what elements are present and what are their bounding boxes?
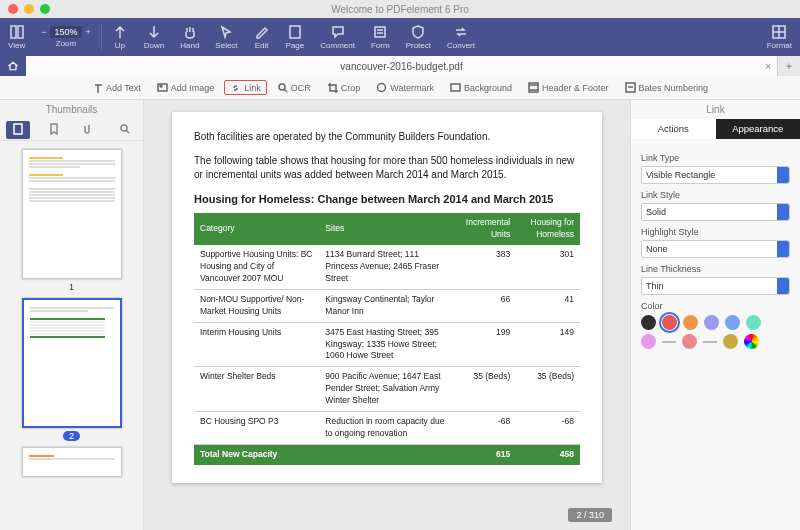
- thumbnail-page-1[interactable]: 1: [22, 149, 122, 292]
- add-text-button[interactable]: Add Text: [86, 80, 147, 95]
- hand-icon: [182, 24, 198, 40]
- svg-point-6: [160, 85, 162, 87]
- watermark-button[interactable]: Watermark: [370, 80, 440, 95]
- app-title: Welcome to PDFelement 6 Pro: [331, 4, 469, 15]
- maximize-window-button[interactable]: [40, 4, 50, 14]
- tab-appearance[interactable]: Appearance: [716, 119, 801, 139]
- minimize-window-button[interactable]: [24, 4, 34, 14]
- view-button[interactable]: View: [0, 18, 33, 56]
- table-row: Supportive Housing Units: BC Housing and…: [194, 245, 580, 289]
- format-button[interactable]: Format: [759, 18, 800, 56]
- ocr-icon: [277, 82, 288, 93]
- arrow-up-icon: [112, 24, 128, 40]
- svg-point-8: [378, 84, 386, 92]
- header-footer-button[interactable]: Header & Footer: [522, 80, 615, 95]
- thumbnail-page-2[interactable]: 2: [22, 298, 122, 441]
- color-swatch[interactable]: [725, 315, 740, 330]
- form-button[interactable]: Form: [363, 18, 398, 56]
- thumbnails-panel: Thumbnails 1: [0, 100, 144, 530]
- line-thickness-select[interactable]: Thin: [641, 277, 790, 295]
- edit-button[interactable]: Edit: [246, 18, 278, 56]
- edit-icon: [254, 24, 270, 40]
- color-swatch[interactable]: [641, 334, 656, 349]
- convert-icon: [453, 24, 469, 40]
- main-toolbar: View −150%+ Zoom Up Down Hand Select Edi…: [0, 18, 800, 56]
- attachment-icon: [83, 123, 95, 135]
- color-swatches-2: [641, 334, 790, 349]
- link-type-select[interactable]: Visible Rectangle: [641, 166, 790, 184]
- color-swatch[interactable]: [662, 315, 677, 330]
- thumbnail-page-3[interactable]: [22, 447, 122, 477]
- link-icon: [230, 82, 241, 93]
- watermark-icon: [376, 82, 387, 93]
- svg-rect-3: [375, 27, 385, 37]
- line-thickness-label: Line Thickness: [641, 264, 790, 274]
- tab-bar: vancouver-2016-budget.pdf × ＋: [0, 56, 800, 76]
- bates-icon: [625, 82, 636, 93]
- highlight-style-label: Highlight Style: [641, 227, 790, 237]
- highlight-style-select[interactable]: None: [641, 240, 790, 258]
- link-type-label: Link Type: [641, 153, 790, 163]
- color-swatch[interactable]: [723, 334, 738, 349]
- color-swatch[interactable]: [704, 315, 719, 330]
- thumbnail-tabs: [0, 119, 143, 141]
- down-button[interactable]: Down: [136, 18, 172, 56]
- thumbs-search-tab[interactable]: [113, 121, 137, 139]
- home-tab[interactable]: [0, 56, 26, 76]
- color-swatch[interactable]: [683, 315, 698, 330]
- svg-rect-5: [158, 84, 167, 91]
- up-button[interactable]: Up: [104, 18, 136, 56]
- ocr-button[interactable]: OCR: [271, 80, 317, 95]
- bates-numbering-button[interactable]: Bates Numbering: [619, 80, 715, 95]
- hand-button[interactable]: Hand: [172, 18, 207, 56]
- color-swatch[interactable]: [746, 315, 761, 330]
- thumbs-attachments-tab[interactable]: [77, 121, 101, 139]
- color-picker-swatch[interactable]: [744, 334, 759, 349]
- image-icon: [157, 82, 168, 93]
- table-total-row: Total New Capacity615458: [194, 444, 580, 464]
- view-label: View: [8, 41, 25, 50]
- svg-rect-9: [451, 84, 460, 91]
- background-icon: [450, 82, 461, 93]
- background-button[interactable]: Background: [444, 80, 518, 95]
- link-button[interactable]: Link: [224, 80, 267, 95]
- link-style-select[interactable]: Solid: [641, 203, 790, 221]
- color-swatches: [641, 315, 790, 330]
- color-label: Color: [641, 301, 790, 311]
- zoom-control[interactable]: −150%+ Zoom: [33, 18, 99, 56]
- view-icon: [9, 24, 25, 40]
- convert-button[interactable]: Convert: [439, 18, 483, 56]
- select-button[interactable]: Select: [207, 18, 245, 56]
- comment-icon: [330, 24, 346, 40]
- page-view[interactable]: Both facilities are operated by the Comm…: [144, 100, 630, 530]
- thumbs-bookmarks-tab[interactable]: [42, 121, 66, 139]
- doc-paragraph-1: Both facilities are operated by the Comm…: [194, 130, 580, 144]
- comment-button[interactable]: Comment: [312, 18, 363, 56]
- color-line: [662, 341, 676, 343]
- properties-panel: Link Actions Appearance Link Type Visibl…: [630, 100, 800, 530]
- form-icon: [372, 24, 388, 40]
- crop-icon: [327, 82, 338, 93]
- crop-button[interactable]: Crop: [321, 80, 367, 95]
- text-icon: [92, 82, 103, 93]
- table-row: Winter Shelter Beds900 Pacific Avenue; 1…: [194, 367, 580, 412]
- add-image-button[interactable]: Add Image: [151, 80, 221, 95]
- svg-rect-2: [290, 26, 300, 38]
- tab-actions[interactable]: Actions: [631, 119, 716, 139]
- close-tab-icon[interactable]: ×: [765, 61, 771, 72]
- file-tab[interactable]: vancouver-2016-budget.pdf ×: [26, 56, 778, 76]
- shield-icon: [410, 24, 426, 40]
- link-style-label: Link Style: [641, 190, 790, 200]
- thumbs-pages-tab[interactable]: [6, 121, 30, 139]
- close-window-button[interactable]: [8, 4, 18, 14]
- page-button[interactable]: Page: [278, 18, 313, 56]
- color-swatch[interactable]: [641, 315, 656, 330]
- new-tab-button[interactable]: ＋: [778, 56, 800, 76]
- page-counter: 2 / 310: [568, 508, 612, 522]
- thumbnail-list[interactable]: 1 2: [0, 141, 143, 530]
- protect-button[interactable]: Protect: [398, 18, 439, 56]
- table-row: BC Housing SPO P3Reduction in room capac…: [194, 411, 580, 444]
- color-swatch[interactable]: [682, 334, 697, 349]
- table-row: Non-MOU Supportive/ Non-Market Housing U…: [194, 289, 580, 322]
- zoom-label: Zoom: [56, 39, 76, 48]
